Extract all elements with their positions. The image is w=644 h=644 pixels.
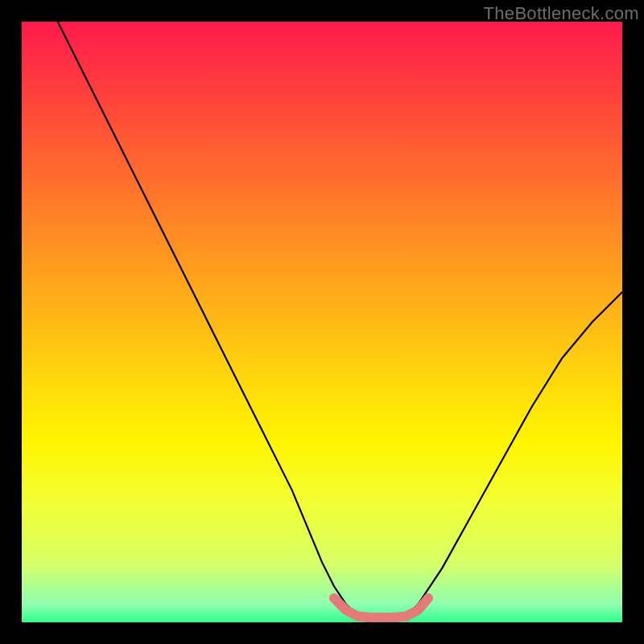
optimal-range-highlight [334, 598, 428, 617]
plot-area [22, 22, 622, 622]
watermark-text: TheBottleneck.com [484, 3, 639, 24]
bottleneck-curve [58, 22, 622, 622]
chart-frame: TheBottleneck.com [0, 0, 644, 644]
curve-svg [22, 22, 622, 622]
